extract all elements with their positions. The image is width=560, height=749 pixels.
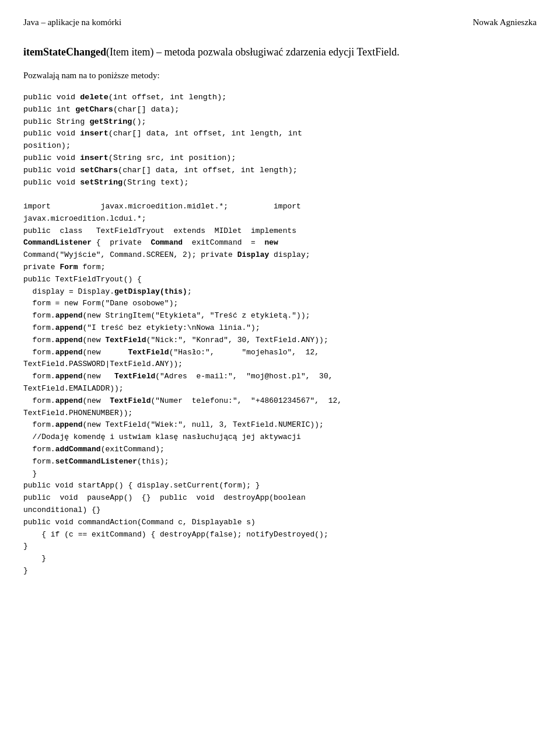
code-example-block: import javax.microedition.midlet.*; impo… <box>23 201 537 577</box>
header-left-title: Java – aplikacje na komórki <box>23 18 121 27</box>
code-methods-block: public void delete(int offset, int lengt… <box>23 92 537 189</box>
header-right-author: Nowak Agnieszka <box>473 18 537 27</box>
method-name: itemStateChanged <box>23 46 106 58</box>
section-title: itemStateChanged(Item item) – metoda poz… <box>23 45 537 60</box>
title-rest: (Item item) – metoda pozwala obsługiwać … <box>106 46 400 58</box>
intro-text: Pozwalają nam na to poniższe metody: <box>23 69 537 82</box>
page-header: Java – aplikacje na komórki Nowak Agnies… <box>23 18 537 27</box>
